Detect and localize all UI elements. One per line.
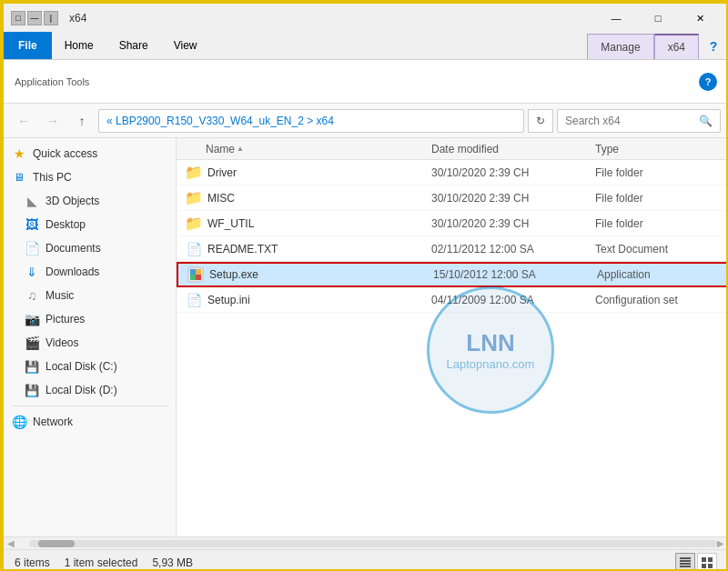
file-date-setup-ini: 04/11/2009 12:00 SA	[431, 294, 595, 306]
file-type-wfutil: File folder	[595, 217, 728, 230]
sidebar-item-label-network: Network	[33, 416, 73, 428]
file-date-driver: 30/10/2020 2:39 CH	[431, 166, 595, 179]
file-row-wfutil[interactable]: 📁 WF_UTIL 30/10/2020 2:39 CH File folder	[177, 211, 728, 236]
column-headers: Name ▲ Date modified Type	[177, 138, 728, 160]
sidebar-item-3d-objects[interactable]: ◣ 3D Objects	[4, 189, 176, 213]
file-row-driver[interactable]: 📁 Driver 30/10/2020 2:39 CH File folder	[177, 160, 728, 185]
txt-icon-readme: 📄	[184, 239, 204, 259]
tab-x64[interactable]: x64	[654, 34, 699, 59]
search-box[interactable]: 🔍	[557, 109, 721, 133]
minimize-button[interactable]: —	[595, 4, 637, 33]
folder-icon-misc: 📁	[184, 188, 204, 208]
file-name-setup-ini: Setup.ini	[204, 294, 431, 306]
sidebar-item-quick-access[interactable]: ★ Quick access	[4, 142, 176, 165]
svg-rect-4	[196, 275, 201, 280]
tab-file[interactable]: File	[4, 32, 52, 59]
sidebar-item-label-videos: Videos	[46, 336, 78, 349]
file-row-readme[interactable]: 📄 README.TXT 02/11/2012 12:00 SA Text Do…	[177, 236, 728, 262]
sidebar-item-label-this-pc: This PC	[33, 171, 72, 184]
file-row-misc[interactable]: 📁 MISC 30/10/2020 2:39 CH File folder	[177, 185, 728, 211]
file-name-setup-exe: Setup.exe	[206, 268, 433, 281]
file-type-readme: Text Document	[595, 243, 728, 255]
svg-rect-10	[708, 557, 713, 562]
svg-rect-7	[680, 563, 691, 565]
sidebar-item-label-music: Music	[46, 289, 74, 302]
scroll-left-arrow[interactable]: ◀	[7, 538, 15, 548]
file-type-driver: File folder	[595, 166, 728, 179]
sidebar-item-downloads[interactable]: ⇓ Downloads	[4, 260, 176, 284]
sidebar-item-label-local-d: Local Disk (D:)	[46, 384, 117, 396]
back-button[interactable]: ←	[11, 108, 36, 134]
close-button[interactable]: ✕	[679, 4, 721, 33]
file-date-wfutil: 30/10/2020 2:39 CH	[431, 217, 595, 230]
file-date-misc: 30/10/2020 2:39 CH	[431, 192, 595, 205]
help-icon[interactable]: ?	[699, 73, 717, 91]
ribbon-content: Application Tools ?	[4, 60, 728, 104]
title-icon-2: —	[27, 11, 42, 25]
view-icons-group	[675, 553, 717, 572]
maximize-button[interactable]: □	[637, 4, 679, 33]
sidebar-item-pictures[interactable]: 📷 Pictures	[4, 307, 176, 331]
file-name-driver: Driver	[204, 166, 431, 179]
address-path-box[interactable]: « LBP2900_R150_V330_W64_uk_EN_2 > x64	[98, 109, 524, 133]
view-details-button[interactable]	[675, 553, 695, 572]
view-large-icons-button[interactable]	[697, 553, 717, 572]
file-name-misc: MISC	[204, 192, 431, 205]
col-header-date[interactable]: Date modified	[431, 143, 595, 155]
scrollbar-area[interactable]: ◀ ▶	[4, 536, 728, 549]
status-item-count: 6 items	[15, 556, 50, 569]
sidebar-item-desktop[interactable]: 🖼 Desktop	[4, 213, 176, 236]
local-d-icon: 💾	[24, 382, 40, 398]
svg-rect-5	[680, 557, 691, 559]
sidebar-item-local-c[interactable]: 💾 Local Disk (C:)	[4, 355, 176, 378]
sort-arrow: ▲	[237, 145, 244, 153]
tab-share[interactable]: Share	[106, 32, 161, 59]
sidebar-item-music[interactable]: ♫ Music	[4, 284, 176, 307]
up-button[interactable]: ↑	[69, 108, 95, 134]
file-date-readme: 02/11/2012 12:00 SA	[431, 243, 595, 255]
title-bar-icons: □ — |	[11, 11, 58, 25]
file-row-setup-ini[interactable]: 📄 Setup.ini 04/11/2009 12:00 SA Configur…	[177, 287, 728, 313]
window-title: x64	[69, 12, 86, 25]
sidebar-item-documents[interactable]: 📄 Documents	[4, 236, 176, 260]
sidebar-divider	[11, 406, 168, 406]
videos-icon: 🎬	[24, 335, 40, 351]
refresh-button[interactable]: ↻	[528, 109, 553, 133]
search-input[interactable]	[565, 115, 695, 127]
file-name-wfutil: WF_UTIL	[204, 217, 431, 230]
desktop-icon: 🖼	[24, 216, 40, 233]
scrollbar-track[interactable]	[29, 540, 717, 547]
this-pc-icon: 🖥	[11, 169, 27, 185]
svg-rect-11	[702, 564, 706, 568]
sidebar-item-label-desktop: Desktop	[46, 218, 86, 231]
file-name-readme: README.TXT	[204, 243, 431, 255]
col-header-type[interactable]: Type	[595, 143, 728, 155]
folder-icon-wfutil: 📁	[184, 214, 204, 234]
svg-rect-3	[190, 275, 196, 280]
sidebar: ★ Quick access 🖥 This PC ◣ 3D Objects 🖼 …	[4, 138, 177, 536]
tab-view[interactable]: View	[161, 32, 210, 59]
address-path-text: « LBP2900_R150_V330_W64_uk_EN_2 > x64	[106, 115, 334, 127]
tab-home[interactable]: Home	[52, 32, 106, 59]
forward-button[interactable]: →	[40, 108, 66, 134]
file-row-setup-exe[interactable]: Setup.exe 15/10/2012 12:00 SA Applicatio…	[177, 262, 728, 287]
col-header-name[interactable]: Name ▲	[177, 143, 431, 155]
sidebar-item-local-d[interactable]: 💾 Local Disk (D:)	[4, 378, 176, 402]
sidebar-item-network[interactable]: 🌐 Network	[4, 410, 176, 434]
tab-manage[interactable]: Manage	[587, 34, 653, 59]
status-bar: 6 items 1 item selected 5,93 MB	[4, 549, 728, 571]
sidebar-item-videos[interactable]: 🎬 Videos	[4, 331, 176, 355]
status-selected-size: 5,93 MB	[152, 556, 193, 569]
main-layout: ★ Quick access 🖥 This PC ◣ 3D Objects 🖼 …	[4, 138, 728, 536]
svg-rect-12	[708, 564, 713, 568]
sidebar-item-label-3d-objects: 3D Objects	[46, 195, 99, 207]
sidebar-item-this-pc[interactable]: 🖥 This PC	[4, 165, 176, 189]
svg-rect-1	[190, 269, 196, 275]
scroll-right-arrow[interactable]: ▶	[717, 538, 724, 548]
folder-icon-driver: 📁	[184, 163, 204, 183]
details-view-icon	[679, 556, 692, 569]
help-button[interactable]: ?	[699, 34, 728, 59]
svg-rect-6	[680, 560, 691, 562]
search-icon: 🔍	[699, 115, 713, 127]
scrollbar-thumb[interactable]	[38, 540, 75, 547]
